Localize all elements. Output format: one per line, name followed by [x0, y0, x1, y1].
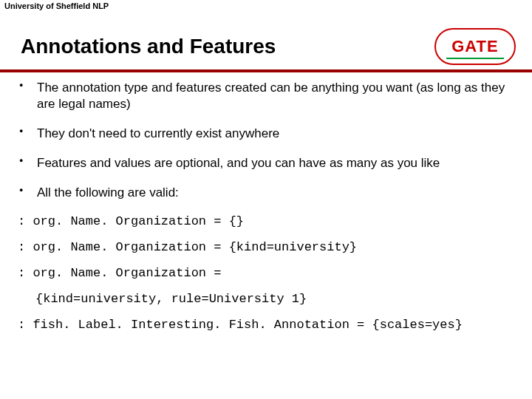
bullet-item: Features and values are optional, and yo…	[15, 155, 517, 171]
bullet-list: The annotation type and features created…	[15, 80, 517, 201]
code-line: : org. Name. Organization = {kind=univer…	[15, 240, 517, 254]
slide-content: The annotation type and features created…	[15, 80, 517, 344]
gate-logo-text: GATE	[451, 37, 498, 56]
gate-logo: GATE	[434, 28, 516, 65]
code-line: : fish. Label. Interesting. Fish. Annota…	[15, 318, 517, 332]
code-examples: : org. Name. Organization = {} : org. Na…	[15, 214, 517, 332]
bullet-item: The annotation type and features created…	[15, 80, 517, 112]
bullet-item: They don't need to currently exist anywh…	[15, 126, 517, 142]
code-line: : org. Name. Organization = {}	[15, 214, 517, 228]
slide-title: Annotations and Features	[21, 35, 276, 58]
header-affiliation: University of Sheffield NLP	[0, 0, 532, 13]
bullet-item: All the following are valid:	[15, 185, 517, 201]
title-row: Annotations and Features GATE	[0, 28, 532, 65]
code-line: : org. Name. Organization =	[15, 266, 517, 280]
code-line: {kind=university, rule=University 1}	[15, 292, 517, 306]
divider	[0, 69, 532, 72]
